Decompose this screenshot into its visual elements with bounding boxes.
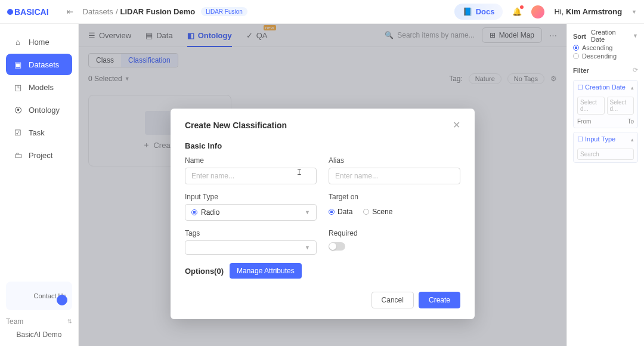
collapse-icon[interactable]: ⇤ [67, 7, 73, 16]
avatar[interactable] [531, 5, 544, 18]
close-icon[interactable]: ✕ [453, 119, 460, 131]
sidebar-item-home[interactable]: ⌂Home [6, 31, 72, 52]
input-type-search[interactable]: Search [577, 149, 634, 160]
create-button[interactable]: Create [419, 292, 460, 308]
section-basic-info: Basic Info [185, 141, 460, 150]
team-name: BasicAI Demo [6, 330, 72, 339]
greeting: Hi, Kim Armstrong [554, 7, 622, 16]
target-scene-radio[interactable]: Scene [363, 208, 392, 216]
date-from-input[interactable]: Select d... [577, 97, 605, 115]
team-chevron-icon: ⇅ [67, 319, 72, 325]
required-label: Required [329, 229, 460, 237]
docs-icon: 📘 [463, 7, 472, 16]
sidebar-item-datasets[interactable]: ▣Datasets [6, 54, 72, 75]
breadcrumb-root[interactable]: Datasets [83, 7, 113, 16]
chevron-up-icon: ▴ [631, 85, 634, 91]
manage-attributes-button[interactable]: Manage Attributes [230, 263, 302, 279]
docs-button[interactable]: 📘 Docs [454, 4, 503, 20]
chevron-down-icon[interactable]: ▼ [633, 33, 638, 39]
sort-label: Sort [573, 33, 586, 40]
filter-input-type-header[interactable]: ☐ Input Type▴ [574, 132, 637, 146]
sidebar-item-ontology[interactable]: ⦿Ontology [6, 99, 72, 121]
required-toggle[interactable] [329, 242, 345, 251]
chevron-down-icon: ▼ [305, 209, 310, 215]
task-icon: ☑ [13, 128, 23, 137]
sidebar-item-models[interactable]: ◳Models [6, 76, 72, 98]
team-selector[interactable]: Team⇅ [6, 317, 72, 326]
filter-label: Filter [573, 67, 589, 74]
sidebar-item-label: Ontology [29, 106, 60, 115]
sort-ascending[interactable]: Ascending [573, 44, 638, 51]
input-type-select[interactable]: Radio ▼ [185, 204, 317, 221]
target-data-radio[interactable]: Data [329, 208, 352, 216]
sort-descending[interactable]: Descending [573, 52, 638, 60]
filter-creation-date-header[interactable]: ☐ Creation Date▴ [574, 81, 637, 94]
models-icon: ◳ [13, 82, 23, 92]
dataset-type-pill: LiDAR Fusion [201, 7, 247, 16]
cancel-button[interactable]: Cancel [371, 292, 414, 308]
notifications-icon[interactable]: 🔔 [512, 7, 522, 16]
sidebar-item-project[interactable]: 🗀Project [6, 144, 72, 166]
chevron-up-icon: ▴ [631, 137, 634, 143]
user-menu-chevron-icon[interactable]: ▼ [631, 9, 637, 15]
chevron-down-icon: ▼ [305, 245, 310, 251]
home-icon: ⌂ [13, 37, 23, 47]
modal-title: Create New Classification [185, 121, 287, 130]
tags-select[interactable]: ▼ [185, 240, 317, 255]
tags-label: Tags [185, 229, 317, 237]
input-type-icon: ☐ [577, 135, 585, 143]
breadcrumb: Datasets / LiDAR Fusion Demo LiDAR Fusio… [83, 7, 247, 16]
name-label: Name [185, 156, 317, 165]
brand-logo[interactable]: BASICAI [7, 7, 49, 17]
target-on-label: Target on [329, 193, 460, 201]
project-icon: 🗀 [13, 150, 23, 160]
filter-reset-icon[interactable]: ⟳ [633, 66, 638, 74]
modal-overlay: Create New Classification ✕ Basic Info N… [79, 24, 566, 346]
calendar-icon: ☐ [577, 84, 585, 91]
create-classification-modal: Create New Classification ✕ Basic Info N… [171, 109, 475, 319]
datasets-icon: ▣ [13, 60, 23, 69]
options-count: Options(0) [185, 267, 224, 276]
sidebar-item-label: Models [29, 83, 54, 92]
sidebar-item-label: Project [29, 151, 52, 160]
ontology-icon: ⦿ [13, 105, 23, 115]
alias-input[interactable] [329, 168, 460, 184]
radio-type-icon [191, 209, 197, 215]
sidebar-item-label: Home [29, 38, 49, 47]
sidebar-item-task[interactable]: ☑Task [6, 122, 72, 143]
input-type-label: Input Type [185, 193, 317, 201]
sort-field[interactable]: Creation Date [591, 29, 628, 43]
date-to-input[interactable]: Select d... [607, 97, 634, 115]
name-input[interactable] [185, 168, 317, 184]
chat-icon [57, 295, 67, 305]
sidebar-item-label: Datasets [29, 60, 59, 69]
breadcrumb-current: LiDAR Fusion Demo [120, 7, 196, 16]
alias-label: Alias [329, 156, 460, 165]
contact-us-card[interactable]: Contact Us [6, 282, 72, 310]
sidebar-item-label: Task [29, 128, 45, 137]
